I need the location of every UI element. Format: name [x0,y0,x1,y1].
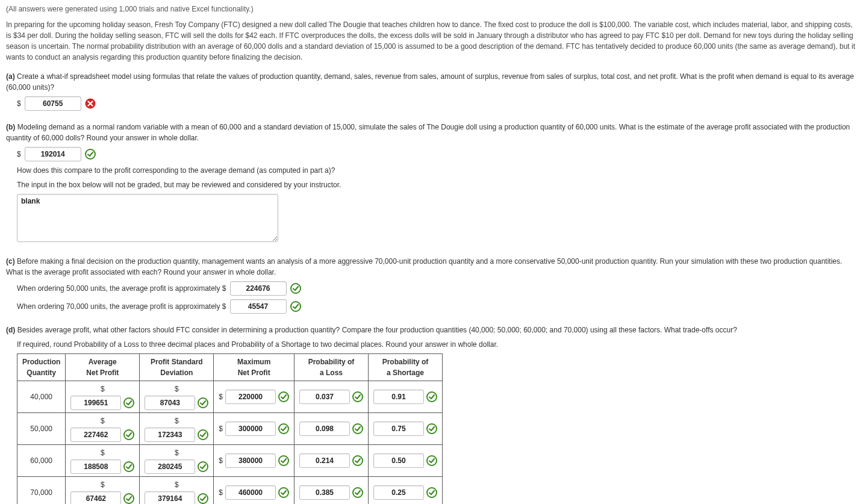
cell-avg-profit: $ [66,413,140,445]
table-row: 60,000$$$ [17,445,443,477]
dollar-sign: $ [175,447,179,458]
part-d-label: (d) [6,326,15,334]
part-b-answer-input[interactable] [25,147,81,161]
dollar-sign: $ [219,455,223,466]
cell-std-dev: $ [140,445,214,477]
dollar-sign: $ [101,479,105,490]
correct-icon [278,455,289,466]
max-profit-input[interactable] [225,453,276,468]
correct-icon [123,461,134,472]
correct-icon [352,487,363,498]
avg-profit-input[interactable] [70,491,121,504]
cell-std-dev: $ [140,413,214,445]
table-row: 50,000$$$ [17,413,443,445]
part-d: (d) Besides average profit, what other f… [6,325,857,504]
correct-icon [278,391,289,402]
correct-icon [426,455,437,466]
std-dev-input[interactable] [145,459,195,474]
cell-prob-loss [294,477,369,505]
cell-quantity: 40,000 [17,381,66,413]
part-d-text: Besides average profit, what other facto… [17,326,737,334]
dollar-sign: $ [219,487,223,498]
correct-icon [198,429,208,440]
correct-icon [426,391,437,402]
th-max-profit: MaximumNet Profit [214,354,294,381]
part-c-line2-text: When ordering 70,000 units, the average … [17,301,226,312]
incorrect-icon [85,98,96,109]
cell-std-dev: $ [140,477,214,505]
cell-quantity: 70,000 [17,477,66,505]
part-b-free-response[interactable] [17,194,278,242]
table-header-row: ProductionQuantity AverageNet Profit Pro… [17,354,443,381]
th-quantity: ProductionQuantity [17,354,66,381]
th-avg-profit: AverageNet Profit [66,354,140,381]
part-b: (b) Modeling demand as a normal random v… [6,122,857,245]
part-b-grading-note: The input in the box below will not be g… [17,179,857,190]
dollar-sign: $ [101,415,105,426]
part-c-text: Before making a final decision on the pr… [6,257,842,276]
dollar-sign: $ [175,479,179,490]
th-prob-loss: Probability ofa Loss [294,354,369,381]
avg-profit-input[interactable] [70,459,121,474]
correct-icon [85,149,96,160]
dollar-sign: $ [101,384,105,394]
cell-max-profit: $ [214,413,294,445]
prob-loss-input[interactable] [299,485,350,500]
correct-icon [278,487,289,498]
cell-max-profit: $ [214,445,294,477]
prob-short-input[interactable] [373,485,424,500]
max-profit-input[interactable] [225,422,276,436]
cell-quantity: 50,000 [17,413,66,445]
dollar-sign: $ [219,423,223,434]
part-c: (c) Before making a final decision on th… [6,256,857,314]
dollar-sign: $ [17,149,21,160]
correct-icon [198,397,208,408]
avg-profit-input[interactable] [70,396,121,410]
prob-loss-input[interactable] [299,390,350,404]
part-a-label: (a) [6,72,15,81]
max-profit-input[interactable] [225,485,276,500]
part-b-label: (b) [6,123,15,131]
part-d-table: ProductionQuantity AverageNet Profit Pro… [17,353,443,504]
cell-avg-profit: $ [66,445,140,477]
table-row: 40,000$$$ [17,381,443,413]
part-c-label: (c) [6,257,15,266]
prob-short-input[interactable] [373,422,424,436]
cell-prob-short [369,445,443,477]
prob-loss-input[interactable] [299,453,350,468]
cell-prob-loss [294,413,369,445]
part-c-answer2-input[interactable] [230,299,287,314]
part-a-answer-input[interactable] [25,96,81,111]
prob-short-input[interactable] [373,390,424,404]
cell-prob-short [369,477,443,505]
correct-icon [123,493,134,504]
prob-loss-input[interactable] [299,422,350,436]
prob-short-input[interactable] [373,453,424,468]
part-b-text: Modeling demand as a normal random varia… [6,123,850,142]
cell-std-dev: $ [140,381,214,413]
std-dev-input[interactable] [145,428,195,442]
dollar-sign: $ [175,415,179,426]
cell-prob-loss [294,381,369,413]
dollar-sign: $ [101,447,105,458]
cell-prob-short [369,413,443,445]
cell-max-profit: $ [214,381,294,413]
std-dev-input[interactable] [145,491,195,504]
dollar-sign: $ [175,384,179,394]
part-a-text: Create a what-if spreadsheet model using… [6,72,854,92]
cell-avg-profit: $ [66,381,140,413]
correct-icon [123,429,134,440]
cell-max-profit: $ [214,477,294,505]
correct-icon [290,301,301,312]
part-b-compare-text: How does this compare to the profit corr… [17,165,857,176]
part-c-answer1-input[interactable] [230,281,287,296]
correct-icon [352,391,363,402]
max-profit-input[interactable] [225,390,276,404]
cell-prob-short [369,381,443,413]
avg-profit-input[interactable] [70,428,121,442]
correct-icon [352,455,363,466]
std-dev-input[interactable] [145,396,195,410]
correct-icon [123,397,134,408]
part-d-rounding-note: If required, round Probability of a Loss… [17,339,857,350]
dollar-sign: $ [219,391,223,402]
